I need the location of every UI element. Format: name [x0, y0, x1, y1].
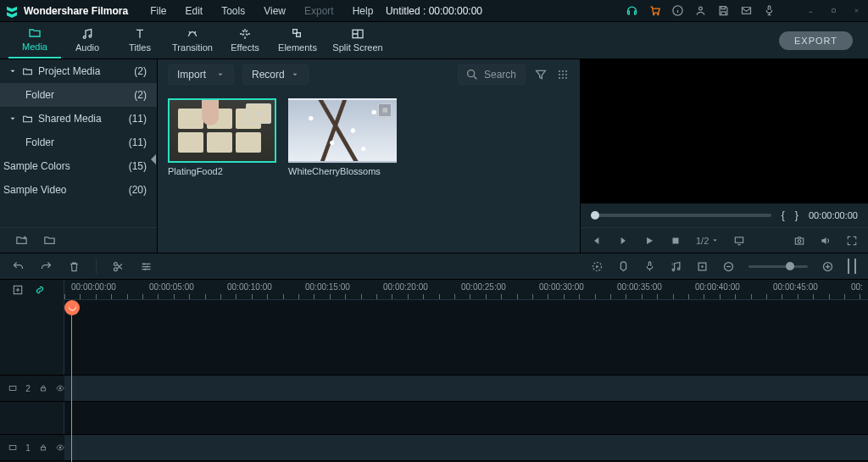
voiceover-icon[interactable] — [643, 260, 656, 273]
tab-split-label: Split Screen — [332, 42, 382, 53]
lib-count: (2) — [134, 89, 147, 101]
preview-panel: { } 00:00:00:00 1/2 — [580, 59, 868, 253]
library-footer — [0, 227, 157, 253]
cart-icon[interactable] — [648, 4, 661, 17]
menu-view[interactable]: View — [257, 2, 292, 20]
ruler-tick: 00:00:45:00 — [773, 282, 818, 292]
svg-point-21 — [798, 239, 801, 242]
collapse-panel-icon[interactable] — [149, 151, 158, 168]
folder-icon — [22, 66, 33, 77]
menu-help[interactable]: Help — [346, 2, 381, 20]
step-back-icon[interactable] — [591, 235, 603, 247]
scrub-slider[interactable] — [591, 214, 771, 217]
lib-project-folder[interactable]: Folder (2) — [0, 83, 157, 107]
svg-point-36 — [59, 447, 62, 449]
filter-icon[interactable] — [534, 68, 548, 81]
tab-split-screen[interactable]: Split Screen — [324, 21, 392, 58]
clip-whitecherryblossoms[interactable]: ▦ WhiteCherryBlossoms — [288, 98, 397, 176]
redo-icon[interactable] — [40, 260, 53, 273]
info-icon[interactable] — [671, 4, 684, 17]
account-icon[interactable] — [694, 4, 707, 17]
import-dropdown[interactable]: Import — [168, 64, 234, 85]
zoom-slider[interactable] — [748, 265, 808, 268]
lib-sample-video[interactable]: Sample Video (20) — [0, 178, 157, 202]
visibility-icon[interactable] — [56, 443, 64, 453]
support-icon[interactable] — [626, 4, 638, 17]
add-to-timeline-icon[interactable]: ▦ — [378, 103, 392, 117]
export-button[interactable]: EXPORT — [779, 31, 853, 50]
menu-file[interactable]: File — [143, 2, 173, 20]
render-icon[interactable] — [591, 260, 604, 273]
tab-effects[interactable]: Effects — [219, 21, 271, 58]
lock-icon[interactable] — [39, 443, 47, 453]
snapshot-icon[interactable] — [793, 235, 805, 247]
search-input[interactable]: Search — [458, 64, 526, 85]
mark-out[interactable]: } — [795, 209, 798, 221]
preview-timestamp: 00:00:00:00 — [809, 210, 858, 220]
undo-icon[interactable] — [12, 260, 25, 273]
tab-titles[interactable]: Titles — [114, 21, 166, 58]
lock-icon[interactable] — [39, 383, 47, 393]
record-voice-icon[interactable] — [763, 4, 776, 17]
split-screen-icon — [350, 27, 365, 41]
tab-transition[interactable]: Transition — [166, 21, 219, 58]
lib-sample-colors[interactable]: Sample Colors (15) — [0, 154, 157, 178]
tab-transition-label: Transition — [172, 42, 213, 53]
add-track-icon[interactable] — [12, 284, 24, 296]
tab-elements[interactable]: Elements — [271, 21, 324, 58]
search-icon — [465, 68, 479, 81]
window-close-icon[interactable] — [850, 4, 863, 17]
mark-in[interactable]: { — [782, 209, 785, 221]
new-folder-plus-icon[interactable] — [15, 234, 28, 247]
play-icon[interactable] — [643, 235, 655, 247]
crop-icon[interactable] — [696, 260, 709, 273]
timeline-ruler[interactable]: 00:00:00:00 00:00:05:00 00:00:10:00 00:0… — [64, 280, 868, 300]
add-to-timeline-icon[interactable]: ▦ — [246, 103, 271, 124]
new-folder-icon[interactable] — [43, 234, 56, 247]
visibility-icon[interactable] — [56, 383, 64, 393]
record-dropdown[interactable]: Record — [242, 64, 309, 85]
playhead-line[interactable] — [71, 300, 72, 462]
adjust-icon[interactable] — [140, 260, 153, 273]
svg-rect-31 — [9, 386, 16, 390]
zoom-out-icon[interactable] — [722, 260, 735, 273]
lib-project-media[interactable]: Project Media (2) — [0, 59, 157, 83]
tab-audio[interactable]: Audio — [61, 21, 114, 58]
clip-platingfood2[interactable]: ▦ PlatingFood2 — [168, 98, 276, 176]
split-icon[interactable] — [112, 260, 125, 273]
lib-shared-folder[interactable]: Folder (11) — [0, 131, 157, 154]
fullscreen-icon[interactable] — [846, 235, 858, 247]
menu-edit[interactable]: Edit — [178, 2, 209, 20]
tab-effects-label: Effects — [231, 42, 259, 53]
delete-icon[interactable] — [68, 260, 81, 273]
playhead-handle[interactable] — [64, 300, 80, 315]
lib-count: (11) — [129, 136, 147, 148]
audio-mixer-icon[interactable] — [670, 260, 682, 273]
display-icon[interactable] — [733, 235, 745, 247]
lib-shared-media[interactable]: Shared Media (11) — [0, 107, 157, 131]
video-track-1[interactable]: 1 — [0, 434, 868, 461]
save-icon[interactable] — [717, 4, 730, 17]
menu-tools[interactable]: Tools — [214, 2, 252, 20]
playback-quality-dropdown[interactable]: 1/2 — [696, 236, 719, 246]
svg-rect-32 — [41, 388, 45, 391]
video-track-2[interactable]: 2 — [0, 375, 868, 402]
window-minimize-icon[interactable] — [804, 4, 817, 17]
mail-icon[interactable] — [740, 4, 753, 17]
volume-icon[interactable] — [820, 235, 832, 247]
svg-rect-19 — [736, 237, 743, 242]
marker-icon[interactable] — [617, 260, 630, 273]
svg-point-1 — [699, 7, 703, 10]
window-maximize-icon[interactable] — [827, 4, 840, 17]
shapes-icon — [290, 27, 305, 41]
grid-view-icon[interactable] — [556, 68, 570, 81]
link-icon[interactable] — [34, 284, 46, 296]
ruler-tick: 00:00:40:00 — [695, 282, 740, 292]
media-grid: ▦ PlatingFood2 ▦ WhiteCherryBlossoms — [158, 90, 580, 185]
tab-media[interactable]: Media — [8, 21, 61, 58]
zoom-in-icon[interactable] — [821, 260, 834, 273]
preview-scrub-bar: { } 00:00:00:00 — [581, 203, 868, 227]
stop-icon[interactable] — [670, 235, 682, 247]
step-forward-icon[interactable] — [617, 235, 629, 247]
zoom-to-fit-icon[interactable] — [848, 259, 856, 274]
